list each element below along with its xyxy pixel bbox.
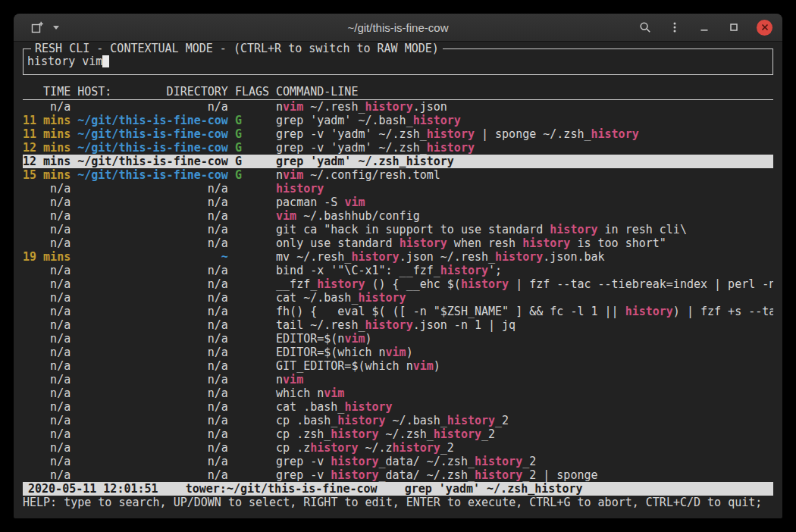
history-rows: n/an/anvim ~/.resh_history.json11 mins~/…	[23, 100, 773, 482]
history-row[interactable]: n/an/atail ~/.resh_history.json -n 1 | j…	[23, 318, 773, 332]
row-flags	[235, 400, 269, 414]
row-time: n/a	[23, 346, 71, 359]
row-flags	[235, 386, 269, 400]
history-row[interactable]: n/an/aGIT_EDITOR=$(which nvim)	[23, 359, 773, 373]
row-flags	[235, 277, 269, 291]
row-directory: n/a	[77, 264, 228, 277]
history-row[interactable]: n/an/a__fzf_history () { __ehc $(history…	[23, 277, 773, 291]
row-time: n/a	[23, 468, 71, 482]
matched-term: history	[351, 250, 399, 264]
row-command: cp .bash_history ~/.bash_history_2	[276, 414, 773, 427]
matched-term: history	[331, 455, 378, 468]
matched-term: history	[447, 414, 495, 427]
row-directory: n/a	[77, 209, 228, 223]
row-time: n/a	[23, 236, 71, 250]
row-flags	[235, 373, 269, 386]
matched-term: vim	[283, 168, 303, 182]
row-flags	[235, 359, 269, 373]
row-command: grep 'yadm' ~/.zsh_history	[276, 155, 773, 168]
history-row[interactable]: n/an/acat ~/.bash_history	[23, 291, 773, 305]
history-row[interactable]: n/an/acp .zsh_history ~/.zsh_history_2	[23, 427, 773, 441]
row-directory: n/a	[77, 236, 228, 250]
history-row[interactable]: n/an/acp .zhistory ~/.zhistory_2	[23, 441, 773, 455]
row-time: n/a	[23, 182, 71, 196]
history-row[interactable]: n/an/anvim	[23, 373, 773, 386]
search-query-text: history vim	[27, 55, 102, 68]
row-time: n/a	[23, 305, 71, 318]
matched-term: history	[310, 441, 358, 455]
row-directory: ~/git/this-is-fine-cow	[77, 127, 228, 141]
history-row[interactable]: 15 mins~/git/this-is-fine-cowGnvim ~/.co…	[23, 168, 773, 182]
tab-dropdown-button[interactable]	[49, 20, 63, 34]
search-icon	[639, 21, 651, 33]
row-flags	[235, 236, 269, 250]
matched-term: history	[475, 455, 522, 468]
row-flags: G	[235, 168, 269, 182]
row-directory: n/a	[77, 196, 228, 209]
close-button[interactable]	[757, 20, 772, 36]
history-row[interactable]: n/an/acat .bash_history	[23, 400, 773, 414]
history-row[interactable]: n/an/aEDITOR=$(nvim)	[23, 332, 773, 346]
history-row[interactable]: n/an/afh() { eval $( ([ -n "$ZSH_NAME" ]…	[23, 305, 773, 318]
row-time: n/a	[23, 400, 71, 414]
row-time: n/a	[23, 332, 71, 346]
history-row[interactable]: n/an/avim ~/.bashhub/config	[23, 209, 773, 223]
row-time: n/a	[23, 386, 71, 400]
history-row[interactable]: n/an/awhich nvim	[23, 386, 773, 400]
row-directory: n/a	[77, 373, 228, 386]
history-row[interactable]: n/an/aEDITOR=$(which nvim)	[23, 346, 773, 359]
history-row[interactable]: n/an/apacman -S vim	[23, 196, 773, 209]
matched-term: history	[400, 236, 447, 250]
history-row[interactable]: n/an/agrep -v history_data/ ~/.zsh_histo…	[23, 468, 773, 482]
row-flags	[235, 441, 269, 455]
row-command: grep -v 'yadm' ~/.zsh_history	[276, 141, 773, 155]
history-row[interactable]: 11 mins~/git/this-is-fine-cowGgrep -v 'y…	[23, 127, 773, 141]
row-directory: ~/git/this-is-fine-cow	[77, 155, 228, 168]
header-host-directory: HOST: DIRECTORY	[77, 85, 228, 99]
row-directory: n/a	[77, 277, 228, 291]
row-flags	[235, 427, 269, 441]
row-command: __fzf_history () { __ehc $(history | fzf…	[276, 277, 773, 291]
history-row[interactable]: 19 mins~mv ~/.resh_history.json ~/.resh_…	[23, 250, 773, 264]
matched-term: history	[550, 223, 597, 236]
terminal-content: RESH CLI - CONTEXTUAL MODE - (CTRL+R to …	[14, 41, 782, 518]
row-time: n/a	[23, 264, 71, 277]
matched-term: history	[625, 305, 673, 318]
restore-button[interactable]	[727, 20, 741, 34]
history-row-selected[interactable]: 12 mins~/git/this-is-fine-cowGgrep 'yadm…	[23, 155, 773, 168]
window-headerbar: ~/git/this-is-fine-cow	[14, 14, 782, 42]
row-flags	[235, 305, 269, 318]
row-command: pacman -S vim	[276, 196, 773, 209]
menu-button[interactable]	[668, 20, 682, 34]
row-command: vim ~/.bashhub/config	[276, 209, 773, 223]
row-command: bind -x '"\C-x1": __fzf_history';	[276, 264, 773, 277]
history-row[interactable]: n/an/abind -x '"\C-x1": __fzf_history';	[23, 264, 773, 277]
row-directory: ~/git/this-is-fine-cow	[77, 168, 228, 182]
text-cursor	[102, 55, 109, 67]
matched-term: history	[331, 427, 378, 441]
history-row[interactable]: n/an/aonly use standard history when res…	[23, 236, 773, 250]
row-time: n/a	[23, 359, 71, 373]
matched-term: history	[413, 114, 461, 127]
history-row[interactable]: 11 mins~/git/this-is-fine-cowGgrep 'yadm…	[23, 114, 773, 127]
row-directory: n/a	[77, 455, 228, 468]
status-date: 2020-05-11 12:01:51	[28, 482, 158, 496]
history-row[interactable]: n/an/ahistory	[23, 182, 773, 196]
header-time: TIME	[23, 85, 71, 99]
row-time: n/a	[23, 373, 71, 386]
new-tab-button[interactable]	[30, 20, 44, 34]
history-row[interactable]: n/an/acp .bash_history ~/.bash_history_2	[23, 414, 773, 427]
history-row[interactable]: n/an/agit ca "hack in support to use sta…	[23, 223, 773, 236]
row-time: 11 mins	[23, 127, 71, 141]
search-button[interactable]	[638, 20, 652, 34]
row-command: grep -v history_data/ ~/.zsh_history_2	[276, 455, 773, 468]
row-flags: G	[235, 155, 269, 168]
history-row[interactable]: n/an/agrep -v history_data/ ~/.zsh_histo…	[23, 455, 773, 468]
row-directory: n/a	[77, 359, 228, 373]
history-row[interactable]: 12 mins~/git/this-is-fine-cowGgrep -v 'y…	[23, 141, 773, 155]
history-row[interactable]: n/an/anvim ~/.resh_history.json	[23, 100, 773, 114]
kebab-menu-icon	[669, 21, 681, 33]
minimize-button[interactable]	[697, 20, 711, 34]
matched-term: history	[365, 100, 412, 114]
matched-term: vim	[413, 359, 434, 373]
